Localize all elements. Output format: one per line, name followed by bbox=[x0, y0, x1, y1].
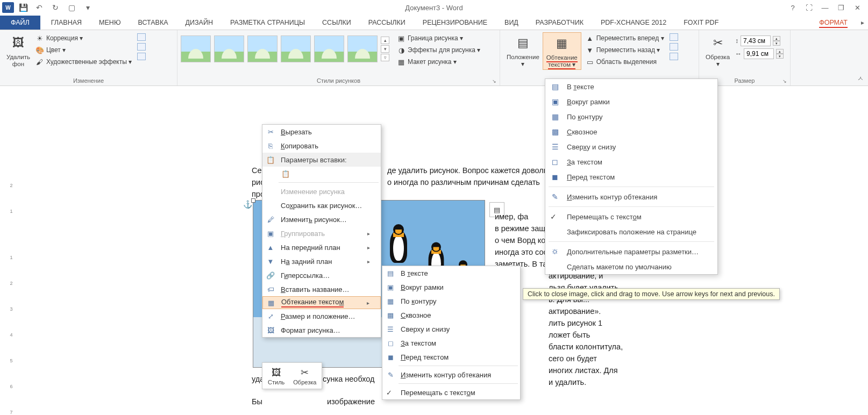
rib-wrap-fixed[interactable]: Зафиксировать положение на странице bbox=[545, 224, 717, 239]
word-app-icon[interactable]: W bbox=[2, 2, 14, 13]
tab-pdfxchange[interactable]: PDF-XChange 2012 bbox=[592, 16, 675, 30]
artistic-effects-button[interactable]: 🖌Художественные эффекты ▾ bbox=[33, 56, 134, 68]
width-down[interactable]: ▾ bbox=[776, 54, 784, 59]
tab-foxit[interactable]: Foxit PDF bbox=[675, 16, 727, 30]
wrap-move-with-text[interactable]: Перемещать с текстом bbox=[382, 385, 520, 399]
mini-style-button[interactable]: 🖼Стиль bbox=[265, 365, 288, 387]
qat-undo-icon[interactable]: ↶ bbox=[32, 1, 46, 14]
height-down[interactable]: ▾ bbox=[773, 41, 780, 46]
rib-wrap-topbottom[interactable]: ☰Сверху и снизу bbox=[545, 139, 717, 154]
style-thumb-6[interactable] bbox=[347, 35, 378, 62]
color-button[interactable]: 🎨Цвет ▾ bbox=[33, 44, 134, 56]
rib-wrap-tight[interactable]: ▦По контуру bbox=[545, 109, 717, 124]
ctx-save-as-picture[interactable]: Сохранить как рисунок… bbox=[262, 198, 381, 212]
ribbon-display-options-button[interactable]: ⛶ bbox=[801, 2, 816, 13]
send-backward-button[interactable]: ▼Переместить назад ▾ bbox=[584, 44, 666, 56]
ctx-insert-caption[interactable]: 🏷Вставить название… bbox=[262, 282, 381, 296]
picture-layout-button[interactable]: ▦Макет рисунка ▾ bbox=[395, 56, 482, 68]
rib-wrap-default[interactable]: Сделать макетом по умолчанию bbox=[545, 259, 717, 274]
tab-menu[interactable]: Меню bbox=[90, 16, 129, 30]
ctx-format-picture[interactable]: 🖼Формат рисунка… bbox=[262, 323, 381, 337]
help-button[interactable]: ? bbox=[785, 2, 800, 13]
tab-file[interactable]: ФАЙЛ bbox=[0, 16, 40, 30]
restore-button[interactable]: ❐ bbox=[834, 2, 849, 13]
picture-styles-gallery[interactable]: ▴▾▿ bbox=[181, 32, 389, 62]
picture-effects-button[interactable]: ◑Эффекты для рисунка ▾ bbox=[395, 44, 482, 56]
group-objects-button[interactable] bbox=[670, 43, 678, 51]
tab-home[interactable]: ГЛАВНАЯ bbox=[42, 16, 90, 30]
qat-more-icon[interactable]: ▾ bbox=[81, 1, 95, 14]
ctx-send-to-back[interactable]: ▼На задний план▸ bbox=[262, 254, 381, 268]
style-thumb-4[interactable] bbox=[281, 35, 311, 62]
width-input[interactable] bbox=[744, 48, 774, 59]
minimize-button[interactable]: — bbox=[817, 2, 833, 13]
wrap-topbottom[interactable]: ☰Сверху и снизу bbox=[382, 322, 520, 336]
corrections-button[interactable]: ☀Коррекция ▾ bbox=[33, 32, 134, 44]
tab-references[interactable]: ССЫЛКИ bbox=[314, 16, 360, 30]
rib-wrap-more-options[interactable]: ⛭Дополнительные параметры разметки… bbox=[545, 244, 717, 259]
ribbon-expand-icon[interactable]: ▸ bbox=[857, 16, 868, 30]
ctx-copy[interactable]: ⎘Копировать bbox=[262, 139, 381, 153]
align-button[interactable] bbox=[670, 33, 678, 41]
tab-design[interactable]: ДИЗАЙН bbox=[177, 16, 222, 30]
qat-save-icon[interactable]: 💾 bbox=[16, 1, 30, 14]
rib-wrap-behind[interactable]: ◻За текстом bbox=[545, 154, 717, 169]
tab-mailings[interactable]: РАССЫЛКИ bbox=[360, 16, 414, 30]
ctx-wrap-text[interactable]: ▦Обтекание текстом▸ bbox=[262, 296, 381, 309]
crop-button[interactable]: ✂ Обрезка ▾ bbox=[702, 32, 733, 69]
rib-wrap-square[interactable]: ▣Вокруг рамки bbox=[545, 94, 717, 109]
qat-new-icon[interactable]: ▢ bbox=[65, 1, 79, 14]
rotate-button[interactable] bbox=[670, 53, 678, 60]
wrap-edit-points[interactable]: ✎Изменить контур обтекания bbox=[382, 368, 520, 382]
style-thumb-2[interactable] bbox=[214, 35, 244, 62]
qat-redo-icon[interactable]: ↻ bbox=[48, 1, 62, 14]
wrap-behind[interactable]: ◻За текстом bbox=[382, 336, 520, 350]
width-field[interactable]: ↔ ▴▾ bbox=[735, 48, 784, 59]
mini-crop-button[interactable]: ✂Обрезка bbox=[290, 365, 319, 387]
remove-background-button[interactable]: 🖼 Удалить фон bbox=[3, 32, 33, 69]
wrap-through[interactable]: ▩Сквозное bbox=[382, 308, 520, 322]
vertical-ruler[interactable]: 21123456789 bbox=[6, 183, 16, 415]
size-dialog-launcher[interactable]: ↘ bbox=[782, 78, 787, 84]
style-thumb-3[interactable] bbox=[247, 35, 278, 62]
rib-wrap-inline[interactable]: ▤В тексте bbox=[545, 79, 717, 94]
tab-view[interactable]: ВИД bbox=[496, 16, 527, 30]
tab-review[interactable]: РЕЦЕНЗИРОВАНИЕ bbox=[414, 16, 496, 30]
style-gallery-more[interactable]: ▴▾▿ bbox=[381, 37, 389, 61]
position-button[interactable]: ▤ Положение ▾ bbox=[503, 32, 543, 69]
rib-wrap-edit-points[interactable]: ✎Изменить контур обтекания bbox=[545, 189, 717, 204]
style-thumb-1[interactable] bbox=[181, 35, 211, 62]
rib-wrap-through[interactable]: ▩Сквозное bbox=[545, 124, 717, 139]
wrap-text-button[interactable]: ▦ Обтекание текстом ▾ bbox=[543, 32, 581, 70]
rib-wrap-move-with-text[interactable]: Перемещать с текстом bbox=[545, 209, 717, 224]
ctx-bring-to-front[interactable]: ▲На передний план▸ bbox=[262, 240, 381, 254]
wrap-square[interactable]: ▣Вокруг рамки bbox=[382, 280, 520, 294]
tab-format[interactable]: ФОРМАТ bbox=[810, 16, 857, 30]
reset-picture-button[interactable] bbox=[137, 53, 146, 60]
compress-pictures-button[interactable] bbox=[137, 33, 146, 41]
ctx-paste-option-1[interactable]: 📋 bbox=[262, 167, 381, 181]
bring-forward-button[interactable]: ▲Переместить вперед ▾ bbox=[584, 32, 666, 44]
ctx-hyperlink[interactable]: 🔗Гиперссылка… bbox=[262, 268, 381, 282]
change-picture-button[interactable] bbox=[137, 43, 146, 51]
picture-border-button[interactable]: ▣Граница рисунка ▾ bbox=[395, 32, 482, 44]
tab-developer[interactable]: РАЗРАБОТЧИК bbox=[527, 16, 592, 30]
style-thumb-5[interactable] bbox=[314, 35, 344, 62]
wrap-tight[interactable]: ▦По контуру bbox=[382, 294, 520, 308]
height-up[interactable]: ▴ bbox=[773, 36, 780, 41]
ctx-cut[interactable]: ✂ВВырезатьырезать bbox=[262, 125, 381, 139]
rib-wrap-front[interactable]: ◼Перед текстом bbox=[545, 169, 717, 184]
height-field[interactable]: ↕ ▴▾ bbox=[735, 35, 784, 46]
width-up[interactable]: ▴ bbox=[776, 49, 784, 54]
collapse-ribbon-icon[interactable]: ㅅ bbox=[857, 74, 864, 83]
selection-pane-button[interactable]: ▭Область выделения bbox=[584, 56, 666, 68]
styles-dialog-launcher[interactable]: ↘ bbox=[492, 78, 496, 84]
tab-page-layout[interactable]: РАЗМЕТКА СТРАНИЦЫ bbox=[222, 16, 314, 30]
close-button[interactable]: ✕ bbox=[850, 2, 865, 13]
ctx-size-position[interactable]: ⤢Размер и положение… bbox=[262, 309, 381, 323]
wrap-front[interactable]: ◼Перед текстом bbox=[382, 350, 520, 364]
height-input[interactable] bbox=[741, 35, 771, 46]
wrap-inline[interactable]: ▤В тексте bbox=[382, 266, 520, 280]
ctx-edit-picture[interactable]: 🖉Изменить рисунок… bbox=[262, 212, 381, 226]
tab-insert[interactable]: ВСТАВКА bbox=[130, 16, 177, 30]
